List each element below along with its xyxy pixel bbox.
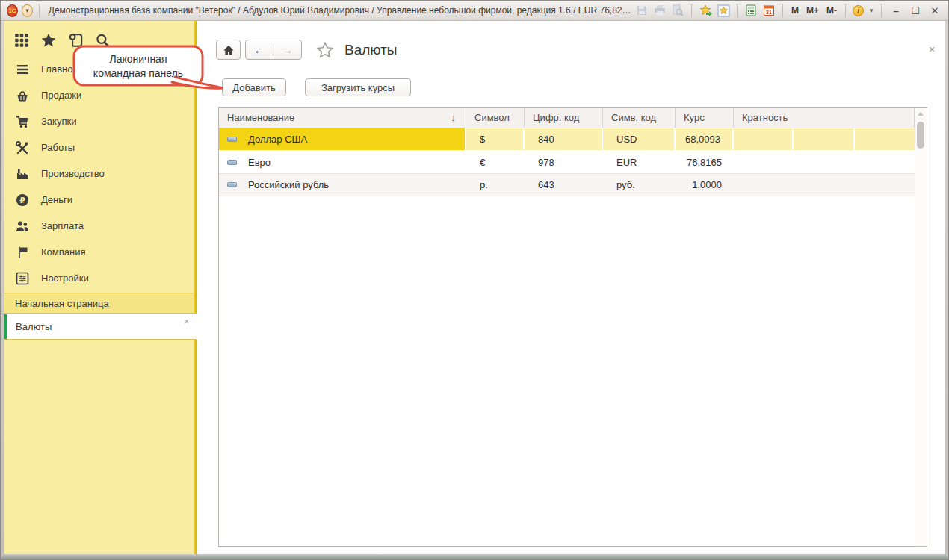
divider [845,4,846,17]
window-title: Демонстрационная база компании "Ветерок"… [46,5,631,16]
column-header-rate[interactable]: Курс [676,108,734,128]
divider [782,4,783,17]
memory-minus-button[interactable]: M- [825,5,838,16]
currency-item-icon [227,160,237,165]
vertical-scrollbar[interactable] [915,108,927,546]
save-icon[interactable] [635,4,649,17]
callout-text: Лаконичная командная панель [75,52,202,81]
window-bottom-edge [1,554,948,559]
callout-bubble: Лаконичная командная панель [72,44,230,93]
sidebar: Главное Продажи Закупки Работы Производс… [4,21,197,554]
currency-item-icon [227,182,237,187]
sidebar-item-purchases[interactable]: Закупки [4,108,194,134]
cart-icon [15,114,30,129]
sidebar-item-label: Производство [41,168,105,179]
sidebar-item-works[interactable]: Работы [4,134,194,161]
add-favorite-icon[interactable] [699,4,712,17]
favorites-list-icon[interactable] [717,4,730,17]
home-page-tab-label: Начальная страница [15,298,109,309]
tab-currencies[interactable]: Валюты × [4,314,197,340]
sidebar-item-settings[interactable]: Настройки [4,265,194,291]
divider [737,4,738,17]
print-preview-icon[interactable] [671,4,684,17]
divider [881,4,882,17]
sidebar-item-label: Зарплата [41,220,84,231]
print-icon[interactable] [653,4,667,17]
column-header-name[interactable]: Наименование ↓ [219,108,466,128]
column-header-sym-code[interactable]: Симв. код [603,108,676,128]
form-close-icon[interactable]: × [926,43,938,55]
tools-icon [15,140,30,155]
active-tab-indicator [4,314,7,339]
info-icon[interactable]: i [853,5,864,16]
load-rates-button[interactable]: Загрузить курсы [305,78,411,96]
table-row[interactable]: Российский рубль р. 643 руб. 1,0000 [219,174,927,196]
memory-recall-button[interactable]: M [790,5,800,16]
sidebar-item-label: Работы [41,142,75,153]
divider [691,4,692,17]
scrollbar-thumb[interactable] [917,122,924,149]
page-title: Валюты [344,42,398,58]
menu-lines-icon [15,62,30,77]
divider [39,4,40,17]
forward-button[interactable]: → [273,43,301,56]
sidebar-item-company[interactable]: Компания [4,239,194,265]
calculator-icon[interactable] [744,4,758,17]
tab-label: Валюты [16,321,52,332]
close-button[interactable]: ✕ [927,5,942,16]
back-button[interactable]: ← [246,43,273,56]
sliders-icon [15,271,30,286]
currencies-table: Наименование ↓ Символ Цифр. код Симв. ко… [218,107,927,547]
system-menu-button[interactable]: ▼ [22,4,33,17]
sidebar-item-label: Деньги [41,194,72,205]
memory-plus-button[interactable]: M+ [805,5,820,16]
table-header: Наименование ↓ Символ Цифр. код Симв. ко… [219,108,927,128]
sidebar-item-production[interactable]: Производство [4,161,194,187]
app-window: 1С ▼ Демонстрационная база компании "Вет… [0,0,949,560]
1c-logo-icon: 1С [7,4,18,17]
column-header-num-code[interactable]: Цифр. код [525,108,603,128]
sidebar-item-salary[interactable]: Зарплата [4,213,194,239]
table-row[interactable]: Доллар США $ 840 USD 68,0093 [219,128,927,152]
sort-descending-icon: ↓ [451,112,457,123]
favorite-toggle-icon[interactable] [316,41,334,59]
sidebar-item-label: Компания [41,246,86,258]
sections-menu-icon[interactable] [13,32,30,49]
currency-item-icon [227,137,237,142]
svg-text:₽: ₽ [19,195,25,204]
calendar-icon[interactable]: 31 [762,4,776,17]
maximize-button[interactable]: ☐ [908,5,923,16]
sidebar-item-label: Настройки [41,273,89,284]
title-bar: 1С ▼ Демонстрационная база компании "Вет… [1,1,948,21]
sidebar-item-label: Закупки [41,116,76,127]
minimize-button[interactable]: – [888,5,903,16]
column-header-symbol[interactable]: Символ [466,108,525,128]
info-dropdown-icon[interactable]: ▼ [868,7,874,14]
favorites-icon[interactable] [40,32,57,49]
factory-icon [15,167,30,181]
flag-icon [15,245,30,260]
ruble-coin-icon: ₽ [15,193,30,208]
home-page-tab[interactable]: Начальная страница [4,293,194,314]
table-row[interactable]: Евро € 978 EUR 76,8165 [219,152,927,174]
scroll-up-icon[interactable] [918,112,924,116]
people-icon [15,219,30,234]
nav-history-group: ← → [245,40,302,60]
main-area: ← → Валюты × Добавить Загрузить курсы На… [197,21,945,554]
app-body: Главное Продажи Закупки Работы Производс… [4,21,945,554]
sidebar-item-money[interactable]: ₽ Деньги [4,187,194,213]
add-button[interactable]: Добавить [222,78,286,96]
tab-close-icon[interactable]: × [185,317,189,326]
column-header-multiplicity[interactable]: Кратность [734,108,915,128]
basket-icon [15,88,30,103]
calendar-day: 31 [766,10,772,15]
